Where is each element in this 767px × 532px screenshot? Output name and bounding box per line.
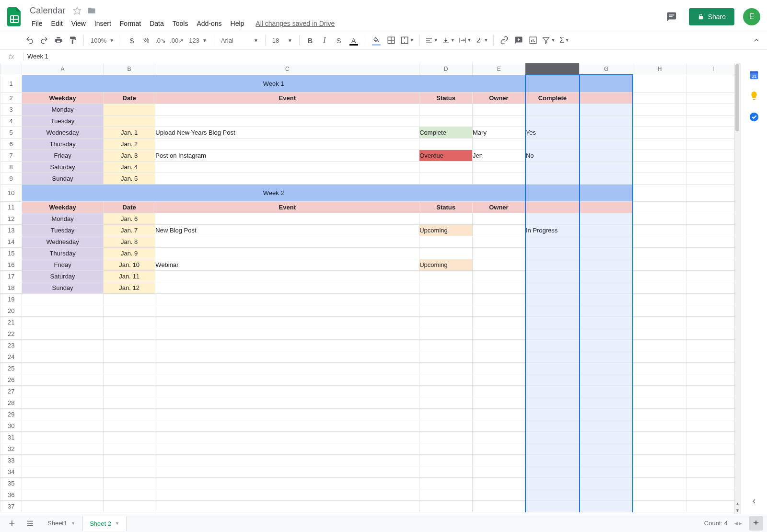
cell-D22[interactable] [419, 328, 473, 339]
cell-B30[interactable] [103, 420, 155, 431]
bold-button[interactable]: B [303, 34, 317, 47]
cell-A7[interactable]: Friday [22, 150, 104, 161]
cell-D33[interactable] [419, 454, 473, 466]
cell-E29[interactable] [473, 408, 525, 420]
cell-F34[interactable] [525, 466, 580, 477]
cell-B24[interactable] [103, 351, 155, 362]
cell-I37[interactable] [686, 500, 740, 512]
sheets-logo-icon[interactable] [5, 4, 24, 30]
cell-H3[interactable] [633, 104, 686, 115]
cell-C5[interactable]: Upload New Years Blog Post [155, 127, 419, 138]
strikethrough-button[interactable]: S [332, 34, 346, 47]
borders-button[interactable] [384, 34, 398, 47]
cell-H1[interactable] [633, 75, 686, 92]
cell-A9[interactable]: Sunday [22, 173, 104, 184]
cell-G7[interactable] [580, 150, 633, 161]
cell-B28[interactable] [103, 397, 155, 408]
row-header-20[interactable]: 20 [0, 305, 22, 316]
cell-C3[interactable] [155, 104, 419, 115]
row-header-13[interactable]: 13 [0, 224, 22, 236]
cell-I3[interactable] [686, 104, 740, 115]
cell-G30[interactable] [580, 420, 633, 431]
cell-G22[interactable] [580, 328, 633, 339]
cell-B20[interactable] [103, 305, 155, 316]
cell-D37[interactable] [419, 500, 473, 512]
cell-C23[interactable] [155, 339, 419, 351]
cell-D28[interactable] [419, 397, 473, 408]
col-header-F[interactable]: F [525, 63, 580, 75]
cell-A35[interactable] [22, 477, 104, 489]
cell-H30[interactable] [633, 420, 686, 431]
cell-F5[interactable]: Yes [525, 127, 580, 138]
cell-G1[interactable] [580, 75, 633, 92]
collapse-toolbar-button[interactable] [750, 34, 763, 47]
cell-I5[interactable] [686, 127, 740, 138]
row-header-24[interactable]: 24 [0, 351, 22, 362]
cell-F14[interactable] [525, 236, 580, 247]
cell-C15[interactable] [155, 247, 419, 259]
col-header-E[interactable]: E [473, 63, 525, 75]
cell-D2[interactable]: Status [419, 92, 473, 104]
cell-I24[interactable] [686, 351, 740, 362]
cell-H35[interactable] [633, 477, 686, 489]
cell-B26[interactable] [103, 374, 155, 385]
menu-help[interactable]: Help [227, 18, 248, 29]
cell-C21[interactable] [155, 316, 419, 328]
cell-I29[interactable] [686, 408, 740, 420]
cell-E4[interactable] [473, 115, 525, 127]
cell-A22[interactable] [22, 328, 104, 339]
cell-A28[interactable] [22, 397, 104, 408]
row-header-8[interactable]: 8 [0, 161, 22, 173]
cell-C28[interactable] [155, 397, 419, 408]
cell-B19[interactable] [103, 293, 155, 305]
cell-G33[interactable] [580, 454, 633, 466]
cell-F11[interactable] [525, 201, 580, 213]
link-button[interactable] [498, 34, 511, 47]
cell-A8[interactable]: Saturday [22, 161, 104, 173]
text-wrap-button[interactable]: ▼ [457, 34, 473, 47]
cell-F19[interactable] [525, 293, 580, 305]
row-header-35[interactable]: 35 [0, 477, 22, 489]
cell-D9[interactable] [419, 173, 473, 184]
cell-B33[interactable] [103, 454, 155, 466]
font-size-select[interactable]: 18▼ [269, 34, 295, 47]
cell-I18[interactable] [686, 282, 740, 293]
cell-F18[interactable] [525, 282, 580, 293]
filter-button[interactable]: ▼ [541, 34, 557, 47]
cell-I11[interactable] [686, 201, 740, 213]
cell-B14[interactable]: Jan. 8 [103, 236, 155, 247]
row-header-23[interactable]: 23 [0, 339, 22, 351]
menu-view[interactable]: View [68, 18, 90, 29]
cell-E37[interactable] [473, 500, 525, 512]
cell-E36[interactable] [473, 489, 525, 500]
document-name[interactable]: Calendar [28, 5, 68, 17]
cell-E5[interactable]: Mary [473, 127, 525, 138]
cell-E15[interactable] [473, 247, 525, 259]
cell-A17[interactable]: Saturday [22, 270, 104, 282]
cell-D4[interactable] [419, 115, 473, 127]
cell-A36[interactable] [22, 489, 104, 500]
row-header-1[interactable]: 1 [0, 75, 22, 92]
cell-D34[interactable] [419, 466, 473, 477]
cell-E27[interactable] [473, 385, 525, 397]
merge-cells-button[interactable]: ▼ [399, 34, 416, 47]
cell-F30[interactable] [525, 420, 580, 431]
cell-C11[interactable]: Event [155, 201, 419, 213]
cell-C26[interactable] [155, 374, 419, 385]
col-header-C[interactable]: C [155, 63, 419, 75]
row-header-18[interactable]: 18 [0, 282, 22, 293]
cell-B22[interactable] [103, 328, 155, 339]
cell-D13[interactable]: Upcoming [419, 224, 473, 236]
cell-G26[interactable] [580, 374, 633, 385]
cell-C35[interactable] [155, 477, 419, 489]
cell-A4[interactable]: Tuesday [22, 115, 104, 127]
zoom-select[interactable]: 100%▼ [88, 34, 117, 47]
cell-I19[interactable] [686, 293, 740, 305]
cell-C22[interactable] [155, 328, 419, 339]
cell-B35[interactable] [103, 477, 155, 489]
increase-decimal-button[interactable]: .00↗ [168, 34, 185, 47]
cell-G9[interactable] [580, 173, 633, 184]
cell-D7[interactable]: Overdue [419, 150, 473, 161]
cell-E30[interactable] [473, 420, 525, 431]
cell-I13[interactable] [686, 224, 740, 236]
